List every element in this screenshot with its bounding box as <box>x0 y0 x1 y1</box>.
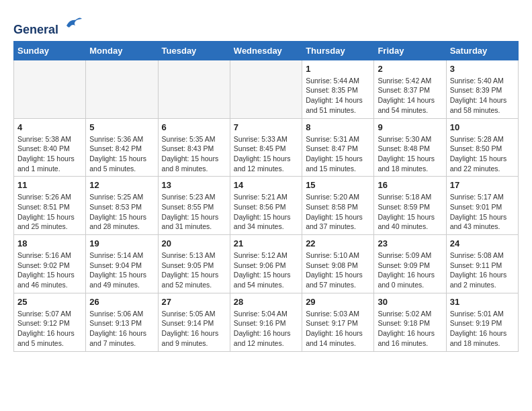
day-number: 2 <box>378 64 442 74</box>
day-number: 24 <box>450 238 515 248</box>
weekday-header: Thursday <box>302 41 374 60</box>
calendar-cell: 30Sunrise: 5:02 AM Sunset: 9:18 PM Dayli… <box>374 293 446 351</box>
calendar-cell: 27Sunrise: 5:05 AM Sunset: 9:14 PM Dayli… <box>158 293 230 351</box>
calendar-cell: 24Sunrise: 5:08 AM Sunset: 9:11 PM Dayli… <box>446 235 518 293</box>
day-number: 19 <box>89 238 154 248</box>
day-number: 28 <box>234 297 298 307</box>
calendar-cell: 3Sunrise: 5:40 AM Sunset: 8:39 PM Daylig… <box>446 60 518 118</box>
day-info: Sunrise: 5:38 AM Sunset: 8:40 PM Dayligh… <box>17 134 82 174</box>
calendar-week-row: 4Sunrise: 5:38 AM Sunset: 8:40 PM Daylig… <box>14 118 519 177</box>
day-info: Sunrise: 5:07 AM Sunset: 9:12 PM Dayligh… <box>17 309 82 349</box>
calendar-cell: 10Sunrise: 5:28 AM Sunset: 8:50 PM Dayli… <box>446 118 518 177</box>
calendar-cell: 8Sunrise: 5:31 AM Sunset: 8:47 PM Daylig… <box>302 118 374 177</box>
day-info: Sunrise: 5:26 AM Sunset: 8:51 PM Dayligh… <box>17 192 82 232</box>
calendar-cell: 15Sunrise: 5:20 AM Sunset: 8:58 PM Dayli… <box>302 177 374 235</box>
day-info: Sunrise: 5:14 AM Sunset: 9:04 PM Dayligh… <box>89 250 154 290</box>
day-info: Sunrise: 5:13 AM Sunset: 9:05 PM Dayligh… <box>162 250 226 290</box>
calendar-cell <box>158 60 230 118</box>
day-info: Sunrise: 5:25 AM Sunset: 8:53 PM Dayligh… <box>89 192 154 232</box>
day-number: 8 <box>306 122 370 132</box>
day-info: Sunrise: 5:28 AM Sunset: 8:50 PM Dayligh… <box>450 134 515 174</box>
calendar-cell: 29Sunrise: 5:03 AM Sunset: 9:17 PM Dayli… <box>302 293 374 351</box>
day-info: Sunrise: 5:36 AM Sunset: 8:42 PM Dayligh… <box>89 134 154 174</box>
page-header: General <box>13 13 519 34</box>
day-info: Sunrise: 5:12 AM Sunset: 9:06 PM Dayligh… <box>234 250 298 290</box>
logo-bird-icon <box>63 13 83 34</box>
calendar-cell <box>14 60 86 118</box>
calendar-week-row: 1Sunrise: 5:44 AM Sunset: 8:35 PM Daylig… <box>14 60 519 118</box>
day-number: 26 <box>89 297 154 307</box>
day-info: Sunrise: 5:08 AM Sunset: 9:11 PM Dayligh… <box>450 250 515 290</box>
calendar-week-row: 11Sunrise: 5:26 AM Sunset: 8:51 PM Dayli… <box>14 177 519 235</box>
logo-text: General <box>13 13 83 37</box>
day-number: 18 <box>17 238 82 248</box>
day-number: 31 <box>450 297 515 307</box>
calendar-cell: 13Sunrise: 5:23 AM Sunset: 8:55 PM Dayli… <box>158 177 230 235</box>
day-number: 17 <box>450 180 515 190</box>
day-info: Sunrise: 5:17 AM Sunset: 9:01 PM Dayligh… <box>450 192 515 232</box>
day-info: Sunrise: 5:06 AM Sunset: 9:13 PM Dayligh… <box>89 309 154 349</box>
calendar-cell: 28Sunrise: 5:04 AM Sunset: 9:16 PM Dayli… <box>230 293 302 351</box>
day-number: 29 <box>306 297 370 307</box>
day-info: Sunrise: 5:05 AM Sunset: 9:14 PM Dayligh… <box>162 309 226 349</box>
weekday-header: Wednesday <box>230 41 302 60</box>
calendar-cell: 22Sunrise: 5:10 AM Sunset: 9:08 PM Dayli… <box>302 235 374 293</box>
calendar-header-row: SundayMondayTuesdayWednesdayThursdayFrid… <box>14 41 519 60</box>
calendar-cell: 11Sunrise: 5:26 AM Sunset: 8:51 PM Dayli… <box>14 177 86 235</box>
day-info: Sunrise: 5:23 AM Sunset: 8:55 PM Dayligh… <box>162 192 226 232</box>
day-number: 10 <box>450 122 515 132</box>
day-info: Sunrise: 5:40 AM Sunset: 8:39 PM Dayligh… <box>450 76 515 116</box>
weekday-header: Monday <box>86 41 158 60</box>
day-number: 7 <box>234 122 298 132</box>
calendar-cell: 5Sunrise: 5:36 AM Sunset: 8:42 PM Daylig… <box>86 118 158 177</box>
day-number: 25 <box>17 297 82 307</box>
day-number: 11 <box>17 180 82 190</box>
weekday-header: Saturday <box>446 41 518 60</box>
calendar-cell: 1Sunrise: 5:44 AM Sunset: 8:35 PM Daylig… <box>302 60 374 118</box>
calendar-cell: 31Sunrise: 5:01 AM Sunset: 9:19 PM Dayli… <box>446 293 518 351</box>
calendar-cell: 14Sunrise: 5:21 AM Sunset: 8:56 PM Dayli… <box>230 177 302 235</box>
calendar-cell: 16Sunrise: 5:18 AM Sunset: 8:59 PM Dayli… <box>374 177 446 235</box>
day-number: 22 <box>306 238 370 248</box>
day-number: 21 <box>234 238 298 248</box>
calendar-cell: 23Sunrise: 5:09 AM Sunset: 9:09 PM Dayli… <box>374 235 446 293</box>
day-number: 1 <box>306 64 370 74</box>
calendar-cell: 9Sunrise: 5:30 AM Sunset: 8:48 PM Daylig… <box>374 118 446 177</box>
day-number: 4 <box>17 122 82 132</box>
day-info: Sunrise: 5:33 AM Sunset: 8:45 PM Dayligh… <box>234 134 298 174</box>
calendar-cell: 26Sunrise: 5:06 AM Sunset: 9:13 PM Dayli… <box>86 293 158 351</box>
calendar-cell: 20Sunrise: 5:13 AM Sunset: 9:05 PM Dayli… <box>158 235 230 293</box>
day-info: Sunrise: 5:16 AM Sunset: 9:02 PM Dayligh… <box>17 250 82 290</box>
day-number: 13 <box>162 180 226 190</box>
calendar-cell: 19Sunrise: 5:14 AM Sunset: 9:04 PM Dayli… <box>86 235 158 293</box>
day-number: 6 <box>162 122 226 132</box>
calendar-table: SundayMondayTuesdayWednesdayThursdayFrid… <box>13 41 519 352</box>
day-number: 3 <box>450 64 515 74</box>
day-number: 5 <box>89 122 154 132</box>
day-info: Sunrise: 5:18 AM Sunset: 8:59 PM Dayligh… <box>378 192 442 232</box>
weekday-header: Tuesday <box>158 41 230 60</box>
day-info: Sunrise: 5:10 AM Sunset: 9:08 PM Dayligh… <box>306 250 370 290</box>
day-number: 15 <box>306 180 370 190</box>
calendar-cell <box>86 60 158 118</box>
logo: General <box>13 13 83 34</box>
day-info: Sunrise: 5:21 AM Sunset: 8:56 PM Dayligh… <box>234 192 298 232</box>
day-info: Sunrise: 5:31 AM Sunset: 8:47 PM Dayligh… <box>306 134 370 174</box>
weekday-header: Sunday <box>14 41 86 60</box>
calendar-week-row: 25Sunrise: 5:07 AM Sunset: 9:12 PM Dayli… <box>14 293 519 351</box>
day-number: 27 <box>162 297 226 307</box>
day-number: 30 <box>378 297 442 307</box>
calendar-cell: 12Sunrise: 5:25 AM Sunset: 8:53 PM Dayli… <box>86 177 158 235</box>
day-info: Sunrise: 5:09 AM Sunset: 9:09 PM Dayligh… <box>378 250 442 290</box>
day-info: Sunrise: 5:02 AM Sunset: 9:18 PM Dayligh… <box>378 309 442 349</box>
day-number: 16 <box>378 180 442 190</box>
day-number: 9 <box>378 122 442 132</box>
day-info: Sunrise: 5:03 AM Sunset: 9:17 PM Dayligh… <box>306 309 370 349</box>
day-info: Sunrise: 5:20 AM Sunset: 8:58 PM Dayligh… <box>306 192 370 232</box>
calendar-cell: 25Sunrise: 5:07 AM Sunset: 9:12 PM Dayli… <box>14 293 86 351</box>
day-number: 12 <box>89 180 154 190</box>
calendar-cell: 6Sunrise: 5:35 AM Sunset: 8:43 PM Daylig… <box>158 118 230 177</box>
day-info: Sunrise: 5:44 AM Sunset: 8:35 PM Dayligh… <box>306 76 370 116</box>
weekday-header: Friday <box>374 41 446 60</box>
day-number: 23 <box>378 238 442 248</box>
